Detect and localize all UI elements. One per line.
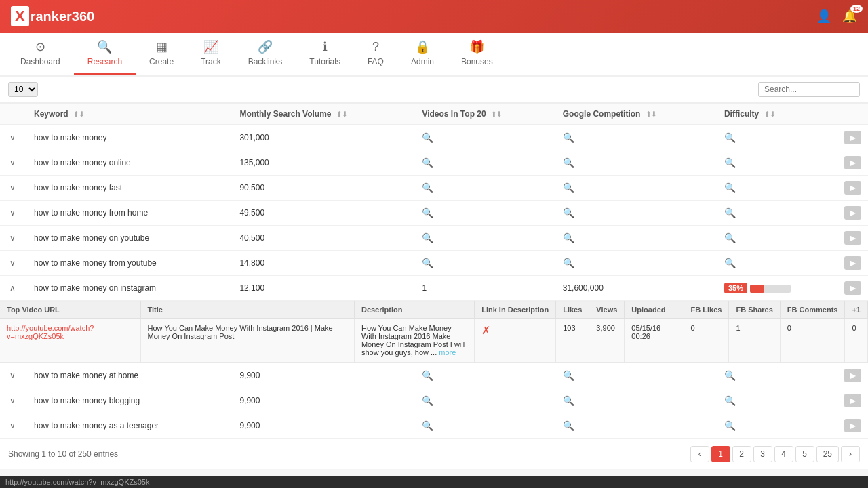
keyword-value: how to make money xyxy=(34,133,106,142)
difficulty-search-icon[interactable]: 🔍 xyxy=(724,232,736,243)
monthly-sort-icon: ⬆⬇ xyxy=(336,110,347,118)
expand-button[interactable]: ∨ xyxy=(7,394,18,407)
expand-button[interactable]: ∧ xyxy=(7,282,18,294)
nav-backlinks[interactable]: 🔗 Backlinks xyxy=(235,33,296,75)
difficulty-search-icon[interactable]: 🔍 xyxy=(724,157,736,168)
pagination-next[interactable]: › xyxy=(841,446,860,462)
videos-search-icon[interactable]: 🔍 xyxy=(422,132,433,143)
exp-col-description: Description xyxy=(354,302,474,319)
google-search-icon[interactable]: 🔍 xyxy=(563,157,574,168)
expand-cell: ∨ xyxy=(0,150,27,176)
expand-button[interactable]: ∨ xyxy=(7,257,18,269)
per-page-select[interactable]: 10 25 50 xyxy=(8,82,38,97)
pagination-info: Showing 1 to 10 of 250 entries xyxy=(8,449,118,459)
videos-search-icon[interactable]: 🔍 xyxy=(422,157,433,168)
play-button[interactable]: ▶ xyxy=(844,156,861,169)
search-input[interactable] xyxy=(758,82,860,97)
exp-title-cell: How You Can Make Money With Instagram 20… xyxy=(140,319,354,363)
faq-icon: ? xyxy=(372,40,379,54)
col-videos-top20[interactable]: Videos In Top 20 ⬆⬇ xyxy=(415,104,555,125)
play-button[interactable]: ▶ xyxy=(844,231,861,245)
action-cell: ▶ xyxy=(837,226,868,251)
google-search-icon[interactable]: 🔍 xyxy=(563,132,574,143)
expanded-content: Top Video URL Title Description Link In … xyxy=(0,301,868,363)
col-google-competition[interactable]: Google Competition ⬆⬇ xyxy=(556,104,717,125)
google-search-icon[interactable]: 🔍 xyxy=(563,370,574,381)
difficulty-search-icon[interactable]: 🔍 xyxy=(724,132,736,143)
expand-button[interactable]: ∨ xyxy=(7,420,18,432)
google-search-icon[interactable]: 🔍 xyxy=(563,258,574,268)
difficulty-search-icon[interactable]: 🔍 xyxy=(724,258,736,268)
col-difficulty[interactable]: Difficulty ⬆⬇ xyxy=(717,104,837,125)
expand-button[interactable]: ∨ xyxy=(7,182,18,194)
nav-research[interactable]: 🔍 Research xyxy=(74,33,136,75)
video-link[interactable]: http://youtube.com/watch?v=mxzgQKZs05k xyxy=(7,324,94,340)
nav-faq[interactable]: ? FAQ xyxy=(354,33,397,75)
google-competition-cell: 🔍 xyxy=(556,150,717,176)
play-button[interactable]: ▶ xyxy=(844,181,861,195)
play-button[interactable]: ▶ xyxy=(844,369,861,382)
user-icon[interactable]: 👤 xyxy=(816,9,831,24)
videos-search-icon[interactable]: 🔍 xyxy=(422,420,433,431)
nav-admin[interactable]: 🔒 Admin xyxy=(397,33,448,75)
page-btn-4[interactable]: 4 xyxy=(774,446,793,462)
videos-top20-cell: 🔍 xyxy=(415,201,555,226)
monthly-search-value: 12,100 xyxy=(239,283,264,293)
expand-button[interactable]: ∨ xyxy=(7,369,18,382)
google-search-icon[interactable]: 🔍 xyxy=(563,420,574,431)
play-button[interactable]: ▶ xyxy=(844,419,861,432)
expand-button[interactable]: ∨ xyxy=(7,131,18,144)
play-button[interactable]: ▶ xyxy=(844,206,861,220)
play-button[interactable]: ▶ xyxy=(844,281,861,295)
page-btn-1[interactable]: 1 xyxy=(711,446,730,462)
expand-button[interactable]: ∨ xyxy=(7,232,18,244)
notifications-icon[interactable]: 🔔 12 xyxy=(842,9,857,24)
exp-col-url: Top Video URL xyxy=(0,302,140,319)
monthly-search-cell: 14,800 xyxy=(233,251,415,276)
expand-cell: ∨ xyxy=(0,363,27,388)
difficulty-search-icon[interactable]: 🔍 xyxy=(724,420,736,431)
col-monthly-search[interactable]: Monthly Search Volume ⬆⬇ xyxy=(233,104,415,125)
more-link[interactable]: more xyxy=(439,348,456,357)
difficulty-sort-icon: ⬆⬇ xyxy=(764,110,775,118)
nav-tutorials[interactable]: ℹ Tutorials xyxy=(296,33,354,75)
uploaded-value: 05/15/16 00:26 xyxy=(631,324,660,340)
difficulty-search-icon[interactable]: 🔍 xyxy=(724,370,736,381)
videos-search-icon[interactable]: 🔍 xyxy=(422,182,433,193)
page-btn-3[interactable]: 3 xyxy=(753,446,772,462)
pagination-prev[interactable]: ‹ xyxy=(690,446,709,462)
nav-create[interactable]: ▦ Create xyxy=(136,33,187,75)
play-button[interactable]: ▶ xyxy=(844,256,861,270)
videos-search-icon[interactable]: 🔍 xyxy=(422,395,433,406)
google-competition-cell: 🔍 xyxy=(556,388,717,413)
logo-x: X xyxy=(11,6,29,26)
page-btn-2[interactable]: 2 xyxy=(732,446,751,462)
google-search-icon[interactable]: 🔍 xyxy=(563,182,574,193)
google-search-icon[interactable]: 🔍 xyxy=(563,395,574,406)
exp-url-cell: http://youtube.com/watch?v=mxzgQKZs05k xyxy=(0,319,140,363)
play-button[interactable]: ▶ xyxy=(844,131,861,144)
difficulty-search-icon[interactable]: 🔍 xyxy=(724,395,736,406)
exp-col-likes: Likes xyxy=(556,302,589,319)
nav-dashboard[interactable]: ⊙ Dashboard xyxy=(7,33,74,75)
nav-bonuses[interactable]: 🎁 Bonuses xyxy=(448,33,507,75)
videos-search-icon[interactable]: 🔍 xyxy=(422,258,433,268)
difficulty-search-icon[interactable]: 🔍 xyxy=(724,182,736,193)
page-btn-25[interactable]: 25 xyxy=(816,446,839,462)
expand-cell: ∨ xyxy=(0,251,27,276)
google-search-icon[interactable]: 🔍 xyxy=(563,232,574,243)
exp-col-plus1: +1 xyxy=(845,302,868,319)
difficulty-search-icon[interactable]: 🔍 xyxy=(724,207,736,218)
videos-search-icon[interactable]: 🔍 xyxy=(422,370,433,381)
nav-track[interactable]: 📈 Track xyxy=(187,33,235,75)
page-btn-5[interactable]: 5 xyxy=(795,446,814,462)
videos-search-icon[interactable]: 🔍 xyxy=(422,207,433,218)
action-cell: ▶ xyxy=(837,201,868,226)
expand-button[interactable]: ∨ xyxy=(7,207,18,219)
nav-tutorials-label: Tutorials xyxy=(309,57,340,66)
videos-search-icon[interactable]: 🔍 xyxy=(422,232,433,243)
google-search-icon[interactable]: 🔍 xyxy=(563,207,574,218)
col-keyword[interactable]: Keyword ⬆⬇ xyxy=(27,104,233,125)
expand-button[interactable]: ∨ xyxy=(7,157,18,169)
play-button[interactable]: ▶ xyxy=(844,394,861,407)
